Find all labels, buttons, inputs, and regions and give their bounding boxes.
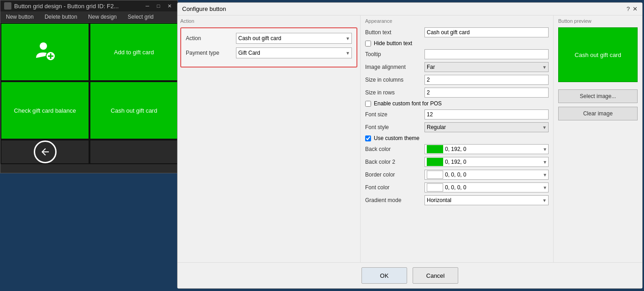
payment-type-label: Payment type (186, 50, 236, 56)
hide-button-text-label: Hide button text (374, 40, 412, 47)
custom-font-label: Enable custom font for POS (374, 100, 442, 107)
grid-cell-cash-out[interactable]: Cash out gift card (89, 81, 178, 140)
select-image-button[interactable]: Select image... (558, 89, 638, 103)
button-grid: Add to gift card Check gift card balance… (0, 23, 178, 164)
font-color-label: Font color (365, 184, 424, 191)
action-section: Action Action Cash out gift card ▼ Payme… (178, 16, 360, 262)
cancel-button[interactable]: Cancel (413, 267, 458, 284)
font-color-dropdown-icon: ▼ (543, 185, 547, 190)
menu-delete-button[interactable]: Delete button (43, 13, 79, 21)
action-section-header: Action (180, 18, 357, 24)
custom-theme-label: Use custom theme (374, 135, 419, 141)
font-size-row: Font size (365, 109, 549, 120)
payment-type-select[interactable]: Gift Card (236, 47, 352, 58)
bg-window-titlebar: Button grid design - Button grid ID: F2.… (0, 0, 178, 11)
minimize-button[interactable]: ─ (143, 2, 152, 10)
back-color-row: Back color 0, 192, 0 ▼ (365, 144, 549, 154)
border-color-label: Border color (365, 171, 424, 178)
maximize-button[interactable]: □ (154, 2, 163, 10)
check-balance-label: Check gift card balance (14, 107, 76, 114)
help-button[interactable]: ? (627, 5, 630, 12)
image-alignment-select[interactable]: Far (424, 62, 549, 72)
custom-theme-checkbox[interactable] (365, 135, 371, 141)
appearance-section: Appearance Button text Hide button text … (360, 16, 553, 262)
configure-button-dialog: Configure button ? ✕ Action Action Cash … (177, 2, 643, 289)
arrow-left-icon (34, 140, 57, 163)
grid-cell-back[interactable] (0, 140, 89, 164)
gradient-mode-select[interactable]: Horizontal (424, 195, 549, 205)
image-alignment-select-wrapper: Far ▼ (424, 62, 549, 72)
back-color2-dropdown-icon: ▼ (543, 160, 547, 165)
font-style-row: Font style Regular ▼ (365, 122, 549, 132)
ok-button[interactable]: OK (361, 267, 407, 284)
font-style-select[interactable]: Regular (424, 122, 549, 132)
image-alignment-row: Image alignment Far ▼ (365, 62, 549, 72)
back-color2-control[interactable]: 0, 192, 0 ▼ (424, 157, 549, 167)
cash-out-label: Cash out gift card (111, 107, 157, 114)
payment-type-row: Payment type Gift Card ▼ (186, 47, 352, 58)
action-row: Action Cash out gift card ▼ (186, 33, 352, 44)
back-color-dropdown-icon: ▼ (543, 147, 547, 152)
close-bg-window-button[interactable]: ✕ (165, 2, 174, 10)
bg-window-title: Button grid design - Button grid ID: F2.… (14, 3, 119, 10)
button-text-input[interactable] (424, 27, 549, 37)
back-color-label: Back color (365, 146, 424, 152)
font-style-label: Font style (365, 124, 424, 130)
button-text-label: Button text (365, 29, 424, 36)
menu-new-button[interactable]: New button (4, 13, 36, 21)
font-style-select-wrapper: Regular ▼ (424, 122, 549, 132)
size-columns-label: Size in columns (365, 77, 424, 83)
close-dialog-button[interactable]: ✕ (633, 5, 638, 12)
border-color-row: Border color 0, 0, 0, 0 ▼ (365, 170, 549, 180)
back-color2-swatch (427, 158, 443, 166)
size-rows-input[interactable] (424, 88, 549, 98)
back-color-swatch (427, 145, 443, 153)
app-icon (4, 2, 11, 10)
size-rows-row: Size in rows (365, 88, 549, 98)
hide-button-text-checkbox[interactable] (365, 41, 371, 47)
configure-box: Action Cash out gift card ▼ Payment type… (180, 27, 357, 68)
action-select-wrapper: Cash out gift card ▼ (236, 33, 352, 44)
image-alignment-label: Image alignment (365, 64, 424, 70)
grid-cell-add-to-gift[interactable]: Add to gift card (89, 23, 178, 81)
border-color-swatch (427, 171, 443, 179)
custom-theme-row: Use custom theme (365, 135, 549, 141)
menu-new-design[interactable]: New design (86, 13, 119, 21)
font-color-row: Font color 0, 0, 0, 0 ▼ (365, 182, 549, 192)
custom-font-checkbox[interactable] (365, 101, 371, 107)
svg-point-0 (40, 42, 47, 50)
back-color-control[interactable]: 0, 192, 0 ▼ (424, 144, 549, 154)
size-columns-input[interactable] (424, 75, 549, 85)
font-color-control[interactable]: 0, 0, 0, 0 ▼ (424, 182, 549, 192)
preview-button[interactable]: Cash out gift card (558, 27, 638, 82)
hide-button-text-row: Hide button text (365, 40, 549, 47)
grid-cell-empty (89, 140, 178, 164)
font-size-input[interactable] (424, 109, 549, 120)
gradient-mode-label: Gradient mode (365, 197, 424, 203)
tooltip-row: Tooltip (365, 49, 549, 59)
bg-window: Button grid design - Button grid ID: F2.… (0, 0, 178, 173)
gradient-mode-select-wrapper: Horizontal ▼ (424, 195, 549, 205)
action-label: Action (186, 35, 236, 42)
tooltip-input[interactable] (424, 49, 549, 59)
grid-cell-add[interactable] (0, 23, 89, 81)
font-color-text: 0, 0, 0, 0 (445, 184, 548, 191)
add-to-gift-label: Add to gift card (114, 49, 154, 56)
clear-image-button[interactable]: Clear image (558, 107, 638, 120)
grid-cell-check-balance[interactable]: Check gift card balance (0, 81, 89, 140)
size-rows-label: Size in rows (365, 89, 424, 96)
button-text-row: Button text (365, 27, 549, 37)
font-size-label: Font size (365, 111, 424, 118)
bg-window-controls: ─ □ ✕ (143, 2, 174, 10)
payment-type-select-wrapper: Gift Card ▼ (236, 47, 352, 58)
preview-section-header: Button preview (558, 18, 638, 24)
action-select[interactable]: Cash out gift card (236, 33, 352, 44)
border-color-control[interactable]: 0, 0, 0, 0 ▼ (424, 170, 549, 180)
appearance-section-header: Appearance (365, 18, 549, 24)
panels-container: Action Action Cash out gift card ▼ Payme… (178, 16, 642, 262)
back-color2-text: 0, 192, 0 (445, 159, 548, 165)
gradient-mode-row: Gradient mode Horizontal ▼ (365, 195, 549, 205)
menu-select-grid[interactable]: Select grid (126, 13, 156, 21)
back-color-text: 0, 192, 0 (445, 146, 548, 152)
border-color-dropdown-icon: ▼ (543, 172, 547, 177)
